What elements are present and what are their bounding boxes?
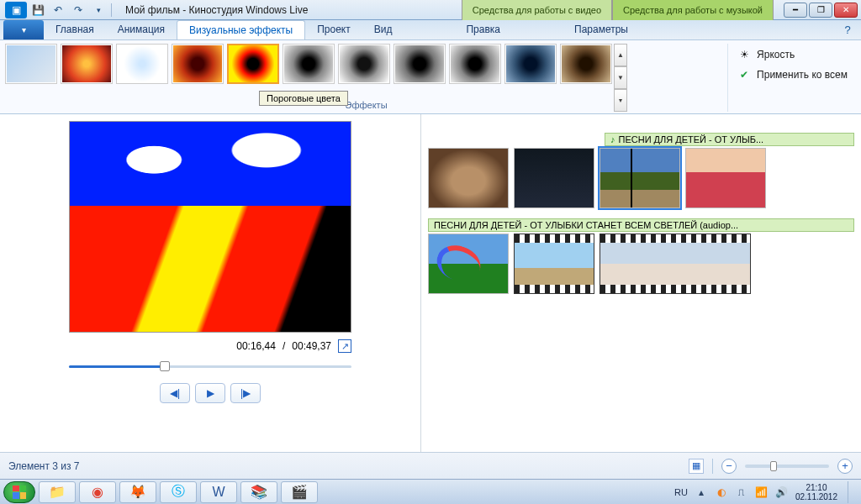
tray-network-icon[interactable]: ⎍ [735, 486, 748, 499]
gallery-scroll-down[interactable]: ▼ [614, 66, 627, 89]
gallery-expand[interactable]: ▾ [614, 89, 627, 112]
clip-row-2 [428, 234, 854, 294]
ctx-tab-video[interactable]: Средства для работы с видео [462, 0, 612, 20]
seek-thumb[interactable] [160, 361, 170, 371]
apply-all-button[interactable]: ✔ Применить ко всем [737, 67, 848, 82]
clip-7[interactable] [600, 234, 751, 294]
app-title: Мой фильм - Киностудия Windows Live [125, 4, 308, 16]
seek-slider[interactable] [69, 361, 351, 371]
clip-3[interactable] [600, 148, 680, 208]
qat-customize[interactable]: ▾ [89, 2, 108, 18]
zoom-out-button[interactable]: − [721, 459, 737, 474]
taskbar: 📁 ◉ 🦊 Ⓢ W 📚 🎬 RU ▴ ◐ ⎍ 📶 🔊 21:10 02.11.2… [0, 479, 861, 504]
zoom-thumb[interactable] [770, 461, 777, 471]
tray-app-icon[interactable]: ◐ [715, 486, 728, 499]
brightness-button[interactable]: ☀ Яркость [737, 47, 848, 62]
effect-bw3[interactable] [394, 44, 446, 84]
next-frame-button[interactable]: |▶ [230, 383, 261, 403]
effect-blue[interactable] [504, 44, 557, 84]
windows-logo-icon [13, 486, 26, 499]
tab-view[interactable]: Вид [362, 20, 404, 39]
redo-button[interactable]: ↷ [69, 2, 87, 18]
app-icon[interactable]: ▣ [5, 2, 27, 18]
ctx-tab-music[interactable]: Средства для работы с музыкой [612, 0, 774, 20]
task-word[interactable]: W [200, 481, 237, 503]
lang-indicator[interactable]: RU [674, 487, 688, 497]
effects-group: ▲ ▼ ▾ Эффекты Пороговые цвета [5, 44, 727, 112]
effect-tooltip: Пороговые цвета [259, 91, 348, 106]
task-firefox[interactable]: 🦊 [119, 481, 156, 503]
effect-saturate[interactable] [172, 44, 224, 84]
undo-button[interactable]: ↶ [49, 2, 67, 18]
tab-project[interactable]: Проект [305, 20, 362, 39]
tab-edit[interactable]: Правка [454, 20, 512, 39]
clock[interactable]: 21:10 02.11.2012 [795, 483, 837, 501]
playhead[interactable] [631, 148, 632, 208]
gallery-scroll: ▲ ▼ ▾ [614, 44, 627, 112]
effect-bw4[interactable] [449, 44, 501, 84]
clip-1[interactable] [428, 148, 509, 208]
window-controls: ━ ❐ ✕ [780, 3, 861, 18]
tab-visual-effects[interactable]: Визуальные эффекты [177, 20, 305, 39]
statusbar: Элемент 3 из 7 ▦ − + [0, 452, 861, 479]
brightness-label: Яркость [757, 49, 795, 60]
show-desktop-button[interactable] [848, 481, 856, 503]
minimize-button[interactable]: ━ [784, 3, 807, 18]
ribbon-tabs: ▾ Главная Анимация Визуальные эффекты Пр… [0, 20, 861, 40]
apply-all-label: Применить ко всем [757, 69, 848, 81]
tab-params[interactable]: Параметры [563, 20, 640, 39]
contextual-tab-headers: Средства для работы с видео Средства для… [462, 0, 774, 20]
preview-pane: 00:16,44/00:49,37 ↗ ◀| ▶ |▶ [0, 114, 420, 452]
clip-4[interactable] [685, 148, 766, 208]
time-total: 00:49,37 [292, 340, 331, 352]
task-moviemaker[interactable]: 🎬 [281, 481, 318, 503]
gallery-scroll-up[interactable]: ▲ [614, 44, 627, 66]
effect-bw2[interactable] [338, 44, 390, 84]
view-mode-button[interactable]: ▦ [689, 459, 704, 474]
task-winrar[interactable]: 📚 [240, 481, 277, 503]
task-chrome[interactable]: ◉ [79, 481, 116, 503]
help-icon[interactable]: ? [841, 24, 854, 37]
maximize-button[interactable]: ❐ [809, 3, 832, 18]
music-track-1[interactable]: ПЕСНИ ДЛЯ ДЕТЕЙ - ОТ УЛЫБ... [605, 133, 854, 146]
check-icon: ✔ [737, 67, 752, 82]
start-button[interactable] [3, 481, 35, 503]
tab-animation[interactable]: Анимация [106, 20, 177, 39]
music-track-2[interactable]: ПЕСНИ ДЛЯ ДЕТЕЙ - ОТ УЛЫБКИ СТАНЕТ ВСЕМ … [428, 218, 854, 232]
close-button[interactable]: ✕ [834, 3, 858, 18]
fullscreen-icon[interactable]: ↗ [338, 339, 351, 353]
status-right: ▦ − + [689, 459, 853, 474]
clip-2[interactable] [514, 148, 594, 208]
brightness-icon: ☀ [737, 47, 752, 62]
main-area: 00:16,44/00:49,37 ↗ ◀| ▶ |▶ ПЕСНИ ДЛЯ ДЕ… [0, 114, 861, 452]
task-skype[interactable]: Ⓢ [160, 481, 197, 503]
save-button[interactable]: 💾 [29, 2, 47, 18]
clip-6[interactable] [514, 234, 594, 294]
effect-edge[interactable] [116, 44, 168, 84]
file-menu-button[interactable]: ▾ [3, 20, 44, 39]
tray-wifi-icon[interactable]: 📶 [755, 486, 769, 499]
effect-bw1[interactable] [283, 44, 335, 84]
effect-warm[interactable] [61, 44, 113, 84]
separator [712, 459, 713, 474]
playback-controls: ◀| ▶ |▶ [160, 383, 261, 403]
clip-5[interactable] [428, 234, 509, 294]
play-button[interactable]: ▶ [195, 383, 225, 403]
zoom-slider[interactable] [745, 465, 829, 468]
tray-volume-icon[interactable]: 🔊 [775, 486, 789, 499]
preview-image [70, 122, 351, 217]
storyboard: ПЕСНИ ДЛЯ ДЕТЕЙ - ОТ УЛЫБ... ПЕСНИ ДЛЯ Д… [420, 114, 861, 452]
tab-home[interactable]: Главная [44, 20, 106, 39]
preview-monitor[interactable] [69, 121, 351, 333]
ribbon: ▲ ▼ ▾ Эффекты Пороговые цвета ☀ Яркость … [0, 40, 861, 114]
zoom-in-button[interactable]: + [837, 459, 853, 474]
prev-frame-button[interactable]: ◀| [160, 383, 190, 403]
quick-access-toolbar: ▣ 💾 ↶ ↷ ▾ [0, 2, 119, 18]
effect-sepia[interactable] [560, 44, 612, 84]
tray-chevron-up-icon[interactable]: ▴ [695, 486, 708, 499]
clip-row-1 [428, 148, 854, 208]
task-explorer[interactable]: 📁 [39, 481, 76, 503]
time-current: 00:16,44 [236, 340, 276, 352]
effect-posterize[interactable] [227, 44, 279, 84]
effect-none[interactable] [5, 44, 57, 84]
